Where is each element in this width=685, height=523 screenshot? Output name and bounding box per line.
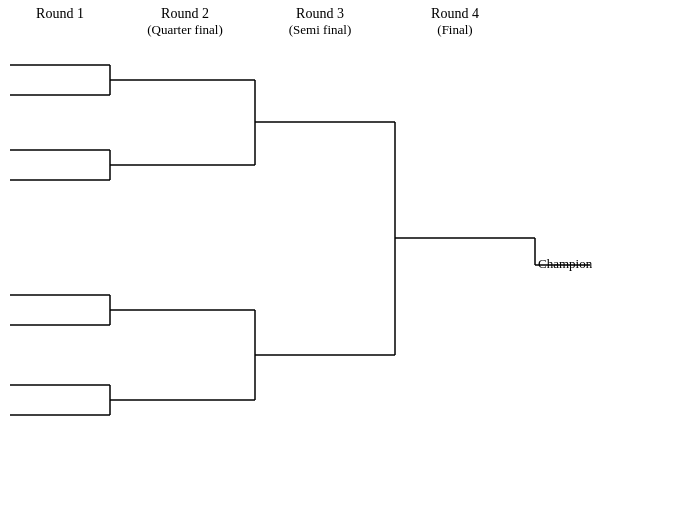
round1-header: Round 1 xyxy=(36,6,84,21)
champion-label: Champion xyxy=(538,256,593,271)
bracket-svg: Round 1 Round 2 (Quarter final) Round 3 … xyxy=(0,0,685,523)
round2-header: Round 2 xyxy=(161,6,209,21)
round2-sub: (Quarter final) xyxy=(147,22,222,37)
round3-sub: (Semi final) xyxy=(289,22,351,37)
round3-header: Round 3 xyxy=(296,6,344,21)
round4-header: Round 4 xyxy=(431,6,479,21)
round4-sub: (Final) xyxy=(437,22,472,37)
bracket-container: Round 1 Round 2 (Quarter final) Round 3 … xyxy=(0,0,685,523)
